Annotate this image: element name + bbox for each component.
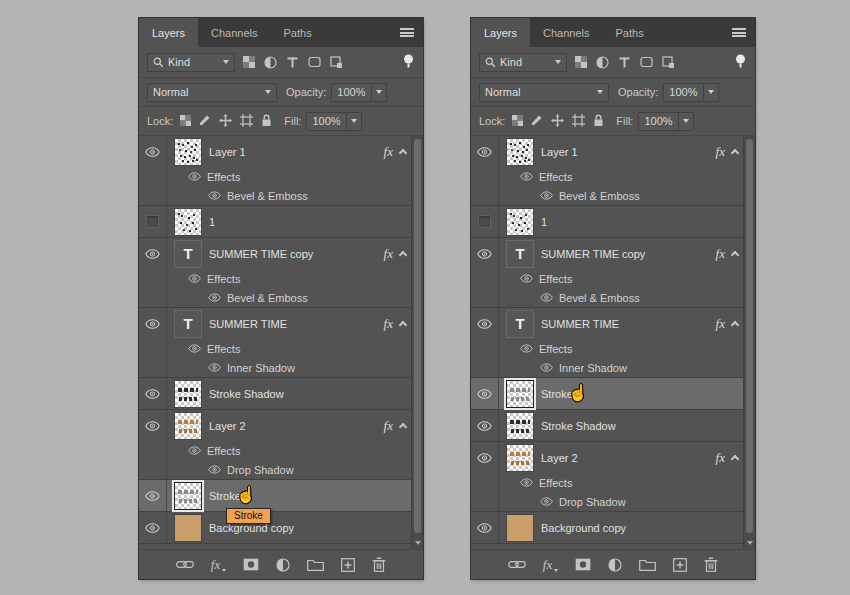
effect-row[interactable]: Bevel & Emboss [471, 288, 743, 307]
eye-icon[interactable] [540, 497, 553, 506]
collapse-effects-chevron-icon[interactable] [731, 321, 739, 329]
fill-value[interactable]: 100% [306, 112, 346, 131]
layer-thumbnail[interactable] [175, 515, 201, 541]
layer-row[interactable]: Layer 2 fx ☝ [139, 410, 411, 441]
layer-row[interactable]: 1 fx ☝ [139, 206, 411, 237]
visibility-cell[interactable] [139, 480, 167, 511]
visibility-cell[interactable] [139, 238, 167, 269]
fx-badge-icon[interactable]: fx [384, 144, 393, 160]
eye-icon[interactable] [188, 172, 201, 181]
effect-row[interactable]: Effects [139, 441, 411, 460]
filter-toggle-icon[interactable] [733, 54, 747, 70]
layer-row[interactable]: T SUMMER TIME fx ☝ [471, 308, 743, 339]
effect-row[interactable]: Effects [471, 269, 743, 288]
layer-thumbnail[interactable] [175, 413, 201, 439]
filter-adjustment-layers-icon[interactable] [262, 54, 279, 71]
layer-thumbnail[interactable] [507, 413, 533, 439]
new-layer-button[interactable] [341, 556, 355, 574]
layer-thumbnail[interactable]: T [175, 311, 201, 337]
layer-row[interactable]: Layer 2 fx ☝ [471, 442, 743, 473]
fill-dropdown-button[interactable] [679, 112, 694, 131]
fx-badge-icon[interactable]: fx [384, 316, 393, 332]
fx-badge-icon[interactable]: fx [384, 418, 393, 434]
layer-row[interactable]: T SUMMER TIME fx ☝ [139, 308, 411, 339]
blend-mode-dropdown[interactable]: Normal [147, 83, 277, 102]
effect-row[interactable]: Inner Shadow [139, 358, 411, 377]
filter-pixel-layers-icon[interactable] [572, 54, 589, 71]
opacity-combo[interactable]: 100% [663, 83, 718, 102]
fx-badge-icon[interactable]: fx [384, 246, 393, 262]
layer-row[interactable]: Layer 1 fx ☝ [139, 136, 411, 167]
filter-kind-dropdown[interactable]: Kind [479, 53, 567, 72]
layer-thumbnail[interactable] [175, 209, 201, 235]
eye-icon[interactable] [520, 344, 533, 353]
eye-icon[interactable] [208, 293, 221, 302]
visibility-cell[interactable] [139, 378, 167, 409]
lock-artboard-icon[interactable] [240, 114, 253, 129]
fx-badge-icon[interactable]: fx [716, 450, 725, 466]
filter-pixel-layers-icon[interactable] [240, 54, 257, 71]
layer-thumbnail[interactable]: T [175, 241, 201, 267]
opacity-dropdown-button[interactable] [372, 83, 387, 102]
effect-row[interactable]: Drop Shadow [471, 492, 743, 511]
layer-row[interactable]: Stroke fx ☝ Stroke [139, 480, 411, 511]
effect-row[interactable]: Effects [139, 167, 411, 186]
effect-row[interactable]: Effects [471, 473, 743, 492]
fx-badge-icon[interactable]: fx [716, 144, 725, 160]
layer-thumbnail[interactable] [507, 381, 533, 407]
fill-combo[interactable]: 100% [638, 112, 693, 131]
add-layer-mask-button[interactable] [243, 556, 259, 574]
effect-row[interactable]: Effects [139, 269, 411, 288]
new-group-folder-button[interactable] [639, 556, 656, 574]
effect-row[interactable]: Effects [471, 167, 743, 186]
effect-row[interactable]: Bevel & Emboss [139, 186, 411, 205]
scroll-down-arrow-icon[interactable] [747, 541, 753, 545]
layer-row[interactable]: Stroke fx ☝ [471, 378, 743, 409]
collapse-effects-chevron-icon[interactable] [731, 455, 739, 463]
collapse-effects-chevron-icon[interactable] [399, 251, 407, 259]
fill-combo[interactable]: 100% [306, 112, 361, 131]
eye-icon[interactable] [188, 446, 201, 455]
lock-all-padlock-icon[interactable] [593, 114, 604, 129]
effect-row[interactable]: Effects [139, 339, 411, 358]
layer-row[interactable]: Stroke Shadow fx ☝ [471, 410, 743, 441]
collapse-effects-chevron-icon[interactable] [731, 251, 739, 259]
fx-badge-icon[interactable]: fx [716, 316, 725, 332]
panel-menu-button[interactable] [723, 18, 755, 47]
collapse-effects-chevron-icon[interactable] [399, 149, 407, 157]
effect-row[interactable]: Inner Shadow [471, 358, 743, 377]
filter-smart-objects-icon[interactable] [328, 54, 345, 71]
filter-kind-dropdown[interactable]: Kind [147, 53, 235, 72]
eye-icon[interactable] [208, 191, 221, 200]
visibility-cell[interactable] [471, 136, 499, 167]
add-layer-mask-button[interactable] [575, 556, 591, 574]
tab-layers[interactable]: Layers [139, 18, 198, 47]
scrollbar[interactable] [743, 136, 755, 549]
effect-row[interactable]: Bevel & Emboss [471, 186, 743, 205]
layer-thumbnail[interactable] [175, 483, 201, 509]
opacity-value[interactable]: 100% [331, 83, 371, 102]
collapse-effects-chevron-icon[interactable] [399, 321, 407, 329]
eye-icon[interactable] [540, 191, 553, 200]
layer-thumbnail[interactable] [507, 445, 533, 471]
visibility-cell[interactable] [471, 308, 499, 339]
lock-position-move-icon[interactable] [219, 114, 232, 129]
filter-adjustment-layers-icon[interactable] [594, 54, 611, 71]
lock-transparent-pixels-icon[interactable] [180, 115, 191, 128]
scrollbar[interactable] [411, 136, 423, 549]
eye-icon[interactable] [520, 172, 533, 181]
link-layers-button[interactable] [508, 556, 526, 574]
lock-artboard-icon[interactable] [572, 114, 585, 129]
visibility-cell[interactable] [471, 442, 499, 473]
visibility-cell[interactable] [139, 308, 167, 339]
layer-thumbnail[interactable] [175, 139, 201, 165]
lock-image-pixels-brush-icon[interactable] [199, 114, 211, 128]
layer-row[interactable]: Background copy fx ☝ [471, 512, 743, 543]
new-layer-button[interactable] [673, 556, 687, 574]
visibility-cell[interactable] [471, 410, 499, 441]
visibility-cell[interactable] [139, 206, 167, 237]
collapse-effects-chevron-icon[interactable] [399, 423, 407, 431]
blend-mode-dropdown[interactable]: Normal [479, 83, 609, 102]
lock-image-pixels-brush-icon[interactable] [531, 114, 543, 128]
visibility-cell[interactable] [471, 378, 499, 409]
